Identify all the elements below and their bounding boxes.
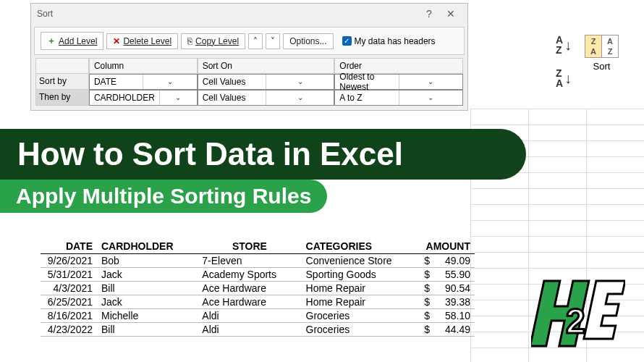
sort-icon: ZA AZ	[585, 35, 619, 58]
help-button[interactable]: ?	[418, 7, 440, 21]
sort-ascending-button[interactable]: AZ ↓	[556, 35, 572, 55]
sort-rule-row: Then by CARDHOLDER⌄ Cell Values⌄ A to Z⌄	[31, 90, 467, 106]
data-table: DATE CARDHOLDER STORE CATEGORIES AMOUNT …	[41, 239, 475, 337]
cell-currency: $	[420, 282, 434, 295]
cell-cardholder: Jack	[97, 268, 198, 282]
col-cardholder: CARDHOLDER	[97, 239, 198, 254]
cell-currency: $	[420, 309, 434, 323]
col-store: STORE	[198, 239, 301, 254]
column-select[interactable]: CARDHOLDER⌄	[89, 90, 198, 106]
chevron-down-icon: ⌄	[399, 90, 462, 105]
cell-store: Ace Hardware	[198, 295, 301, 309]
banner-title: How to Sort Data in Excel	[0, 129, 526, 180]
copy-icon: ⎘	[187, 36, 192, 46]
plus-icon: ＋	[47, 35, 56, 47]
cell-categories: Groceries	[302, 309, 420, 323]
rule-label: Sort by	[35, 74, 89, 90]
cell-date: 9/26/2021	[41, 254, 97, 268]
table-row: 4/23/2022BillAldiGroceries$44.49	[41, 323, 475, 337]
cell-store: Aldi	[198, 309, 301, 323]
order-select[interactable]: Oldest to Newest⌄	[334, 74, 463, 90]
table-row: 8/16/2021MichelleAldiGroceries$58.10	[41, 309, 475, 323]
dialog-titlebar: Sort ? ✕	[31, 4, 467, 24]
chevron-down-icon: ⌄	[266, 75, 334, 89]
cell-categories: Convenience Store	[302, 254, 420, 268]
rules-header-row: Column Sort On Order	[31, 58, 467, 74]
cell-date: 5/31/2021	[41, 268, 97, 282]
cell-cardholder: Bill	[97, 323, 198, 337]
add-level-button[interactable]: ＋ Add Level	[41, 32, 103, 50]
cell-amount: 90.54	[434, 282, 475, 295]
move-up-button[interactable]: ˄	[248, 33, 263, 49]
move-down-button[interactable]: ˅	[266, 33, 280, 49]
svg-text:2: 2	[566, 302, 585, 340]
cell-currency: $	[420, 254, 434, 268]
dialog-title: Sort	[37, 9, 418, 19]
cell-store: Aldi	[198, 323, 301, 337]
dialog-toolbar: ＋ Add Level ✕ Delete Level ⎘ Copy Level …	[34, 27, 465, 55]
x-icon: ✕	[113, 36, 120, 46]
column-select[interactable]: DATE⌄	[89, 74, 198, 90]
column-label-header	[35, 58, 89, 74]
cell-amount: 44.49	[434, 323, 475, 337]
chevron-down-icon: ˅	[271, 36, 275, 46]
rule-label: Then by	[35, 90, 89, 106]
table-row: 6/25/2021JackAce HardwareHome Repair$39.…	[41, 295, 475, 309]
cell-cardholder: Bob	[97, 254, 198, 268]
cell-currency: $	[420, 295, 434, 309]
column-header: Column	[89, 58, 198, 74]
cell-amount: 39.38	[434, 295, 475, 309]
headers-checkbox[interactable]: ✓ My data has headers	[342, 36, 436, 46]
cell-categories: Sporting Goods	[302, 268, 420, 282]
cell-categories: Home Repair	[302, 295, 420, 309]
cell-date: 8/16/2021	[41, 309, 97, 323]
sorton-header: Sort On	[198, 58, 335, 74]
sort-rule-row: Sort by DATE⌄ Cell Values⌄ Oldest to New…	[31, 74, 467, 90]
chevron-down-icon: ⌄	[399, 75, 462, 89]
cell-date: 4/23/2022	[41, 323, 97, 337]
h2e-logo: 2	[531, 274, 625, 353]
check-icon: ✓	[342, 36, 352, 46]
sort-descending-button[interactable]: ZA ↓	[556, 68, 572, 88]
cell-date: 4/3/2021	[41, 282, 97, 295]
table-row: 9/26/2021Bob7-ElevenConvenience Store$49…	[41, 254, 475, 268]
cell-currency: $	[420, 268, 434, 282]
cell-date: 6/25/2021	[41, 295, 97, 309]
title-banner: How to Sort Data in Excel Apply Multiple…	[0, 129, 526, 213]
table-row: 5/31/2021JackAcademy SportsSporting Good…	[41, 268, 475, 282]
cell-store: 7-Eleven	[198, 254, 301, 268]
banner-subtitle: Apply Multiple Sorting Rules	[0, 180, 327, 213]
col-amount: AMOUNT	[420, 239, 475, 254]
sorton-select[interactable]: Cell Values⌄	[198, 90, 335, 106]
cell-amount: 49.09	[434, 254, 475, 268]
cell-amount: 58.10	[434, 309, 475, 323]
cell-categories: Home Repair	[302, 282, 420, 295]
close-button[interactable]: ✕	[440, 7, 462, 21]
cell-cardholder: Bill	[97, 282, 198, 295]
cell-currency: $	[420, 323, 434, 337]
copy-level-button[interactable]: ⎘ Copy Level	[181, 33, 245, 49]
sorton-select[interactable]: Cell Values⌄	[198, 74, 335, 90]
col-date: DATE	[41, 239, 97, 254]
table-row: 4/3/2021BillAce HardwareHome Repair$90.5…	[41, 282, 475, 295]
sort-dialog: Sort ? ✕ ＋ Add Level ✕ Delete Level ⎘ Co…	[30, 3, 468, 111]
table-header-row: DATE CARDHOLDER STORE CATEGORIES AMOUNT	[41, 239, 475, 254]
arrow-down-icon: ↓	[564, 71, 572, 85]
cell-store: Ace Hardware	[198, 282, 301, 295]
cell-categories: Groceries	[302, 323, 420, 337]
cell-amount: 55.90	[434, 268, 475, 282]
ribbon-sort-group: AZ ↓ ZA ↓ ZA AZ Sort	[556, 35, 619, 88]
chevron-down-icon: ⌄	[266, 90, 334, 105]
chevron-down-icon: ⌄	[143, 75, 196, 89]
sort-dialog-button[interactable]: ZA AZ Sort	[585, 35, 619, 72]
cell-store: Academy Sports	[198, 268, 301, 282]
delete-level-button[interactable]: ✕ Delete Level	[106, 33, 178, 49]
arrow-down-icon: ↓	[564, 38, 572, 52]
cell-cardholder: Michelle	[97, 309, 198, 323]
col-categories: CATEGORIES	[302, 239, 420, 254]
order-select[interactable]: A to Z⌄	[334, 90, 463, 106]
chevron-down-icon: ⌄	[159, 90, 197, 105]
options-button[interactable]: Options...	[283, 33, 333, 49]
cell-cardholder: Jack	[97, 295, 198, 309]
chevron-up-icon: ˄	[253, 36, 258, 46]
